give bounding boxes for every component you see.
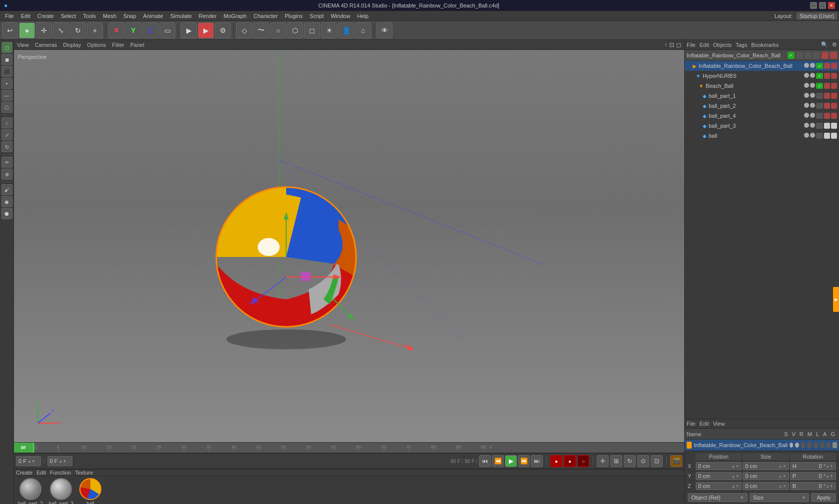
light-button[interactable]: ☀ xyxy=(321,22,337,38)
mat-texture-menu[interactable]: Texture xyxy=(75,470,93,476)
material-ball-part3[interactable]: ball_part_3 xyxy=(48,478,73,504)
minimize-button[interactable]: ─ xyxy=(810,2,817,9)
current-frame-field[interactable]: 0 F ▲▼ xyxy=(16,456,41,466)
sculpt-button[interactable]: ◉ xyxy=(1,196,12,207)
close-button[interactable]: ✕ xyxy=(828,2,835,9)
play-button[interactable]: ▶ xyxy=(505,455,517,467)
spline-button[interactable]: 〜 xyxy=(253,22,269,38)
move-tool-button[interactable]: ↕ xyxy=(1,117,12,128)
obj-objects-menu[interactable]: Objects xyxy=(713,42,732,48)
go-to-start-button[interactable]: ⏮ xyxy=(479,455,491,467)
go-to-end-button[interactable]: ⏭ xyxy=(531,455,543,467)
b-rot-field[interactable]: B 0 ° ▲▼ xyxy=(790,482,836,490)
transform-mode-dropdown[interactable]: Size ▼ xyxy=(750,493,810,502)
options-menu[interactable]: Options xyxy=(87,42,106,48)
menu-help[interactable]: Help xyxy=(354,12,372,20)
edge-mode-button[interactable]: — xyxy=(1,90,12,101)
y-size-field[interactable]: 0 cm ▲▼ xyxy=(743,472,789,480)
mat-function-menu[interactable]: Function xyxy=(50,470,71,476)
z-pos-field[interactable]: 0 cm ▲▼ xyxy=(696,482,742,490)
menu-character[interactable]: Character xyxy=(251,12,281,20)
mat-edit-menu[interactable]: Edit xyxy=(36,470,46,476)
polygon-pen-button[interactable]: ✏ xyxy=(1,157,12,168)
obj-item-hypernurbs[interactable]: ▼ HyperNURBS ✓ xyxy=(685,71,839,81)
apply-button[interactable]: Apply xyxy=(811,493,836,502)
obj-settings-icon[interactable]: ⚙ xyxy=(832,41,837,48)
obj-item-beach-ball[interactable]: ▼ Beach_Ball ✓ xyxy=(685,81,839,91)
menu-select[interactable]: Select xyxy=(58,12,79,20)
panel-menu[interactable]: Panel xyxy=(130,42,144,48)
menu-create[interactable]: Create xyxy=(34,12,57,20)
rotate-button[interactable]: ↻ xyxy=(70,22,86,38)
mode-x[interactable]: ✕ xyxy=(108,22,124,38)
material-list-selected[interactable]: Inflatable_Rainbow_Color_Beach_Ball xyxy=(685,440,839,451)
key-pos-button[interactable]: ↻ xyxy=(624,455,636,467)
obj-file-menu[interactable]: File xyxy=(687,42,696,48)
motion-path-button[interactable]: 🎬 xyxy=(670,455,682,467)
character-btn[interactable]: 👤 xyxy=(338,22,354,38)
material-ball-part2[interactable]: ball_part_2 xyxy=(18,478,42,504)
render-preview[interactable]: ▶ xyxy=(181,22,197,38)
point-mode-button[interactable]: • xyxy=(1,78,12,89)
filter-menu[interactable]: Filter xyxy=(112,42,124,48)
obj-tags-menu[interactable]: Tags xyxy=(736,42,747,48)
render-settings[interactable]: ⚙ xyxy=(215,22,231,38)
deformer-button[interactable]: ⬡ xyxy=(287,22,303,38)
undo-button[interactable]: ↩ xyxy=(2,22,18,38)
object-mode-button[interactable]: ◼ xyxy=(1,54,12,65)
viewport-icon-1[interactable]: ↑ xyxy=(664,41,667,48)
record-auto[interactable]: ● xyxy=(564,455,576,467)
knife-button[interactable]: ⬢ xyxy=(1,208,12,219)
menu-simulate[interactable]: Simulate xyxy=(167,12,195,20)
key-mode-button[interactable]: ✛ xyxy=(597,455,609,467)
terrain-button[interactable]: ⌂ xyxy=(355,22,371,38)
model-mode-button[interactable]: ◻ xyxy=(1,42,12,53)
viewport-icon-2[interactable]: ⊡ xyxy=(669,41,674,48)
obj-item-part2[interactable]: ◆ ball_part_2 xyxy=(685,101,839,111)
obj-item-root[interactable]: ▶ Inflatable_Rainbow_Color_Beach_Ball ✓ xyxy=(685,61,839,71)
next-frame-button[interactable]: ⏩ xyxy=(518,455,530,467)
attr-edit-menu[interactable]: Edit xyxy=(700,421,709,427)
x-size-field[interactable]: 0 cm ▲▼ xyxy=(743,462,789,470)
view-menu[interactable]: View xyxy=(17,42,29,48)
obj-edit-menu[interactable]: Edit xyxy=(700,42,709,48)
attr-view-menu[interactable]: View xyxy=(713,421,725,427)
record-clear[interactable]: ○ xyxy=(577,455,589,467)
key-settings-button[interactable]: ⊙ xyxy=(637,455,649,467)
right-side-tab[interactable]: ▶ xyxy=(833,287,839,312)
rotate-tool-button[interactable]: ↻ xyxy=(1,141,12,152)
camera-button[interactable]: ◻ xyxy=(304,22,320,38)
maximize-button[interactable]: □ xyxy=(819,2,826,9)
move-button[interactable]: ✛ xyxy=(36,22,52,38)
attr-file-menu[interactable]: File xyxy=(687,421,696,427)
frame-field-2[interactable]: 0 F ▲▼ xyxy=(47,456,72,466)
viewport[interactable]: Perspective X Y Z xyxy=(14,50,684,442)
viewport-icon-3[interactable]: ◻ xyxy=(676,41,681,48)
obj-item-part4[interactable]: ◆ ball_part_4 xyxy=(685,111,839,121)
menu-window[interactable]: Window xyxy=(328,12,353,20)
display-menu[interactable]: Display xyxy=(63,42,81,48)
scale-button[interactable]: ⤡ xyxy=(53,22,69,38)
obj-bookmarks-menu[interactable]: Bookmarks xyxy=(751,42,779,48)
new-button[interactable]: + xyxy=(87,22,103,38)
menu-mesh[interactable]: Mesh xyxy=(100,12,119,20)
menu-file[interactable]: File xyxy=(2,12,17,20)
p-rot-field[interactable]: P 0 ° ▲▼ xyxy=(790,472,836,480)
y-pos-field[interactable]: 0 cm ▲▼ xyxy=(696,472,742,480)
coord-mode-dropdown[interactable]: Object (Rel) ▼ xyxy=(688,493,748,502)
menu-edit[interactable]: Edit xyxy=(18,12,33,20)
render-picture[interactable]: ▶ xyxy=(198,22,214,38)
prev-frame-button[interactable]: ⏪ xyxy=(492,455,504,467)
mode-z[interactable]: Z xyxy=(142,22,158,38)
layout-value[interactable]: Startup (User) xyxy=(797,12,837,19)
render-region[interactable]: ▭ xyxy=(159,22,175,38)
material-ball-ball[interactable]: ball xyxy=(79,478,101,504)
live-select-button[interactable]: ● xyxy=(19,22,35,38)
paint-button[interactable]: 🖌 xyxy=(1,184,12,195)
x-pos-field[interactable]: 0 cm ▲▼ xyxy=(696,462,742,470)
texture-mode-button[interactable]: ⬛ xyxy=(1,66,12,77)
scale-tool-button[interactable]: ⤢ xyxy=(1,129,12,140)
vr-button[interactable]: 👁 xyxy=(377,22,393,38)
obj-search-icon[interactable]: 🔍 xyxy=(821,41,828,48)
menu-script[interactable]: Script xyxy=(307,12,327,20)
